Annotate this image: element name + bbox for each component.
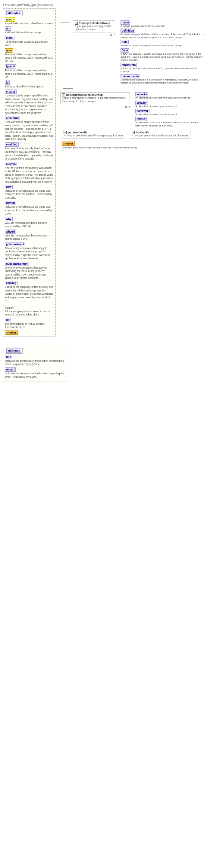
concept-rel-group-title: ConceptRelationshipsGroup <box>66 93 103 96</box>
attr-xmllang-label: xmllang <box>5 281 18 285</box>
attr-how-desc: Indicates by which means the value was e… <box>5 189 54 199</box>
attr-typeuri-desc: The type of the concept assigned as cont… <box>5 69 54 79</box>
attr-creatoruri-desc: If the attribute is empty, specifies whi… <box>5 121 54 141</box>
attr-pubconstrainturi-label: pubconstrainturi <box>5 262 29 266</box>
attr-pubconstrainturi-desc: One or many constraints that apply to pu… <box>5 266 54 280</box>
attr-creatoruri: creatoruri If the attribute is empty, sp… <box>5 116 54 141</box>
ritem-definition-label: definition <box>121 29 135 33</box>
attr-typeuri-label: typeuri <box>5 64 16 68</box>
attr-pubconstraint: pubconstraint One or many constraints th… <box>5 242 54 260</box>
geo-area-title: geoAreaDetails <box>68 131 87 134</box>
attr-custom-label: custom <box>5 162 17 166</box>
right-item-sameas: sameAs An identifier of a concept with e… <box>135 92 204 99</box>
concept-rel-cardinality: 0 ..* <box>60 105 130 108</box>
ritem-related-desc: An identifier of a concept, where the re… <box>135 121 204 127</box>
ritem-sameas-label: sameAs <box>135 92 148 96</box>
attr-whyuri: whyuri Why the metadata has been include… <box>5 229 54 241</box>
ritem-remoteinfo-label: remoteinfo <box>121 63 137 67</box>
expand-icon[interactable]: + <box>75 22 78 25</box>
attr-custom: custom If set to true then the property … <box>5 162 54 184</box>
right-item-definition: definition A natural language definition… <box>121 29 204 39</box>
concept-def-cardinality: 0 ..* <box>73 34 115 37</box>
ritem-note-desc: Additional natural language information … <box>121 44 204 47</box>
ritem-facet-label: facet <box>121 49 129 53</box>
concept-def-group-desc: A group of properties required to define… <box>75 25 113 31</box>
attr-creator-label: creator <box>5 90 17 94</box>
ritem-narrower-label: narrower <box>135 109 150 113</box>
attr-xmllang-desc: Specifies the language of this property … <box>5 285 54 303</box>
attr-pubconstraint-desc: One or many constraints that apply to pu… <box>5 247 54 260</box>
attr-type-desc: The type of the concept assigned as cont… <box>5 53 54 63</box>
ritem-name-desc: A natural language name for the concept. <box>121 25 204 28</box>
ritem-broader-label: broader <box>135 101 148 105</box>
expand-icon-rel[interactable]: + <box>62 93 65 96</box>
ritem-name-label: name <box>121 21 130 25</box>
ritem-sameas-desc: An identifier of a concept with equivale… <box>135 96 204 99</box>
attr-why: why Why the metadata has been included -… <box>5 217 54 228</box>
bottom-attr-role-desc: Indicates the semantics of the location … <box>5 359 68 366</box>
ritem-narrower-desc: An identifier of a more specific concept… <box>135 113 204 116</box>
attr-custom-desc: If set to true then the property was add… <box>5 166 54 184</box>
poi-details-box: + POIDetails A group of properties speci… <box>130 130 190 138</box>
ritem-facet-desc: In NAR 1.8 and later, facet is deprecate… <box>121 53 204 62</box>
main-attributes-box: attributes qcode A qualified code which … <box>3 8 56 337</box>
attr-why-desc: Why the metadata has been included - exp… <box>5 221 54 228</box>
attr-pubconstraint-label: pubconstraint <box>5 242 25 246</box>
location-desc: A location (geographical area or point o… <box>5 310 54 317</box>
attr-uri-desc: A URI which identifies a concept. <box>5 31 54 34</box>
right-item-note: note Additional natural language informa… <box>121 40 204 47</box>
concept-relationships-group-box: + ConceptRelationshipsGroup A group of p… <box>60 92 130 104</box>
other-extension-desc: Extension point for provider-defined pro… <box>62 146 204 149</box>
right-item-hierarchyinfo: hierarchyinfo Represents the position of… <box>121 74 204 85</box>
attr-dir-desc: The directionality of textual content. P… <box>5 322 54 329</box>
attr-how-label: how <box>5 185 12 189</box>
other-badge: ##other <box>5 331 18 335</box>
page-title: FlexLocationPropType (extension) <box>3 3 204 7</box>
right-item-name: name A natural language name for the con… <box>121 21 204 28</box>
attr-qcode-desc: A qualified code which identifies a conc… <box>5 22 54 25</box>
right-diagram: ───── + ConceptDefinitionGroup A group o… <box>56 8 204 150</box>
bottom-attr-role: role Indicates the semantics of the loca… <box>5 355 68 366</box>
attr-howuri: howuri Indicates by which means the valu… <box>5 201 54 215</box>
right-item-related: related An identifier of a concept, wher… <box>135 117 204 127</box>
attr-literal-desc: A free-text value assigned as property v… <box>5 40 54 47</box>
location-label: location <box>5 306 54 309</box>
attr-literal-label: literal <box>5 36 15 40</box>
bottom-attributes-box: attributes role Indicates the semantics … <box>3 346 69 382</box>
poi-expand-icon[interactable]: + <box>132 131 135 134</box>
concept-rel-group-desc: A group of properties required to indica… <box>62 96 128 103</box>
concept-def-group-title: ConceptDefinitionGroup <box>79 22 110 25</box>
other-extension-area: ##other Extension point for provider-def… <box>62 142 204 149</box>
right-item-narrower: narrower An identifier of a more specifi… <box>135 109 204 116</box>
attr-howuri-desc: Indicates by which means the value was e… <box>5 205 54 215</box>
concept-definition-group-box: + ConceptDefinitionGroup A group of prop… <box>73 21 115 32</box>
middle-connector: ───── <box>63 87 204 90</box>
attr-uri: uri A URI which identifies a concept. <box>5 26 54 34</box>
right-item-facet: facet In NAR 1.8 and later, facet is dep… <box>121 49 204 62</box>
right-item-broader: broader An identifier of a more generic … <box>135 101 204 108</box>
ritem-broader-desc: An identifier of a more generic concept. <box>135 105 204 108</box>
section-divider <box>3 341 204 341</box>
attr-modified: modified The date (and, optionally, the … <box>5 143 54 161</box>
attr-uri-label: uri <box>5 26 11 31</box>
attr-howuri-label: howuri <box>5 201 16 205</box>
bottom-attr-roleuri: roleuri Indicates the semantics of the l… <box>5 367 68 379</box>
attr-pubconstrainturi: pubconstrainturi One or many constraints… <box>5 262 54 280</box>
attr-dir-label: dir <box>5 318 11 322</box>
other-extension-badge: ##other <box>62 142 75 146</box>
attr-typeuri: typeuri The type of the concept assigned… <box>5 64 54 79</box>
attr-whyuri-desc: Why the metadata has been included - exp… <box>5 234 54 241</box>
bottom-attr-role-label: role <box>5 355 12 359</box>
ritem-definition-desc: A natural language definition of the sem… <box>121 33 204 39</box>
attr-literal: literal A free-text value assigned as pr… <box>5 36 54 47</box>
ritem-hierarchyinfo-desc: Represents the position of a concept in … <box>121 79 204 85</box>
geo-area-details-box: + geoAreaDetails A group of properties s… <box>62 130 125 138</box>
attr-creator-desc: If the attribute is empty, specifies whi… <box>5 94 54 115</box>
attr-modified-label: modified <box>5 143 19 147</box>
attr-id: id The local identifier of the property. <box>5 81 54 88</box>
geo-expand-icon[interactable]: + <box>63 131 67 134</box>
bottom-attr-roleuri-desc: Indicates the semantics of the location … <box>5 372 68 379</box>
poi-details-desc: A group of properties specific to a poin… <box>132 134 189 137</box>
attr-how: how Indicates by which means the value w… <box>5 185 54 199</box>
attr-xmllang: xmllang Specifies the language of this p… <box>5 281 54 303</box>
